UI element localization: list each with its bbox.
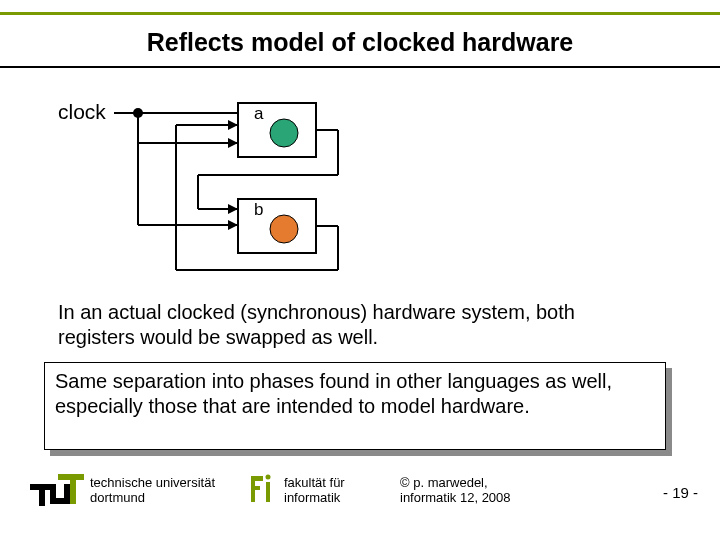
svg-point-26 xyxy=(266,475,271,480)
body-paragraph: In an actual clocked (synchronous) hardw… xyxy=(58,300,618,350)
faculty-line1: fakultät für xyxy=(284,475,345,490)
svg-rect-25 xyxy=(266,482,270,502)
svg-rect-24 xyxy=(251,486,260,490)
university-line1: technische universität xyxy=(90,475,215,490)
tu-logo-icon xyxy=(30,474,84,512)
slide-title: Reflects model of clocked hardware xyxy=(0,28,720,57)
register-a-label: a xyxy=(254,104,264,123)
register-a-state-icon xyxy=(270,119,298,147)
copyright: © p. marwedel, informatik 12, 2008 xyxy=(400,476,511,506)
copyright-line2: informatik 12, 2008 xyxy=(400,490,511,505)
clock-label: clock xyxy=(58,100,106,123)
clocked-hardware-diagram: clock a b xyxy=(58,95,348,280)
faculty-name: fakultät für informatik xyxy=(284,476,345,506)
register-b-state-icon xyxy=(270,215,298,243)
university-name: technische universität dortmund xyxy=(90,476,215,506)
title-rule xyxy=(0,66,720,68)
top-rule xyxy=(0,12,720,15)
page-number: - 19 - xyxy=(663,484,698,501)
callout-box: Same separation into phases found in oth… xyxy=(44,362,666,450)
arrow-right-icon xyxy=(228,138,238,148)
arrow-right-icon xyxy=(228,204,238,214)
footer: technische universität dortmund fakultät… xyxy=(0,474,720,534)
svg-rect-16 xyxy=(70,474,76,504)
svg-rect-18 xyxy=(39,484,45,506)
arrow-right-icon xyxy=(228,220,238,230)
fi-logo-icon xyxy=(248,474,278,510)
copyright-line1: © p. marwedel, xyxy=(400,475,488,490)
faculty-line2: informatik xyxy=(284,490,340,505)
arrow-right-icon xyxy=(228,120,238,130)
register-b-label: b xyxy=(254,200,263,219)
university-line2: dortmund xyxy=(90,490,145,505)
diagram-svg: clock a b xyxy=(58,95,348,280)
svg-rect-21 xyxy=(50,498,70,504)
